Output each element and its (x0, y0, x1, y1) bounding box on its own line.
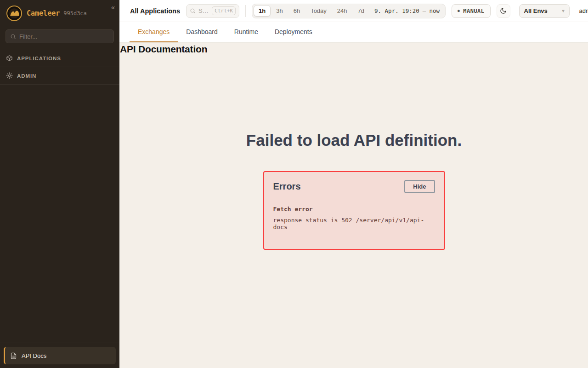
sidebar-item-label: API Docs (22, 352, 46, 359)
sidebar-collapse-icon[interactable]: « (111, 4, 115, 11)
app-window: Cameleer 995d3ca « APPLICATIONS ADMIN AP… (0, 0, 588, 368)
tab-runtime[interactable]: Runtime (226, 22, 266, 42)
environment-select-value: All Envs (524, 7, 548, 14)
sidebar-footer: API Docs (0, 343, 119, 368)
time-range-6h[interactable]: 6h (288, 5, 305, 17)
time-range-1h[interactable]: 1h (254, 5, 271, 17)
time-range-3h[interactable]: 3h (271, 5, 288, 17)
content-column: All Applications S… Ctrl+K 1h 3h 6h Toda… (119, 0, 588, 368)
sidebar-item-label: APPLICATIONS (17, 56, 61, 61)
brand-id: 995d3ca (63, 10, 87, 17)
search-placeholder: S… (198, 7, 209, 14)
sidebar-header: Cameleer 995d3ca « (0, 0, 119, 27)
section-tabs: Exchanges Dashboard Runtime Deployments (119, 22, 588, 43)
error-detail: response status is 502 /server/api/v1/ap… (273, 217, 435, 230)
sidebar-item-api-docs[interactable]: API Docs (4, 347, 116, 364)
tab-exchanges[interactable]: Exchanges (130, 22, 178, 42)
sidebar-item-applications[interactable]: APPLICATIONS (0, 50, 119, 67)
tab-label: Runtime (234, 28, 258, 35)
time-range-7d[interactable]: 7d (353, 5, 369, 17)
sidebar-item-admin[interactable]: ADMIN (0, 67, 119, 85)
refresh-mode-label: MANUAL (463, 8, 484, 14)
time-from: 9. Apr. 19:20 (374, 7, 419, 14)
time-range-display[interactable]: 9. Apr. 19:20 — now (374, 7, 440, 14)
topbar: All Applications S… Ctrl+K 1h 3h 6h Toda… (119, 0, 588, 22)
errors-panel-header: Errors Hide (273, 180, 435, 193)
topbar-divider (245, 5, 246, 17)
search-shortcut-kbd: Ctrl+K (212, 6, 236, 15)
package-icon (6, 55, 13, 62)
refresh-mode-button[interactable]: ● MANUAL (452, 4, 491, 18)
hide-errors-button[interactable]: Hide (404, 180, 435, 193)
time-to: now (429, 7, 440, 14)
time-separator: — (423, 7, 426, 14)
time-range-today[interactable]: Today (305, 5, 332, 17)
time-range-24h[interactable]: 24h (332, 5, 352, 17)
errors-panel: Errors Hide Fetch error response status … (263, 171, 445, 250)
gear-icon (6, 72, 13, 79)
tab-label: Dashboard (186, 28, 218, 35)
main-content: API Documentation Failed to load API def… (119, 43, 588, 368)
tab-deployments[interactable]: Deployments (266, 22, 321, 42)
error-name: Fetch error (273, 206, 435, 213)
errors-panel-title: Errors (273, 181, 301, 192)
tab-label: Exchanges (138, 28, 170, 35)
dark-mode-toggle[interactable] (497, 4, 510, 18)
sidebar-filter[interactable] (6, 29, 114, 43)
status-dot-icon: ● (458, 9, 460, 13)
time-range-picker: 1h 3h 6h Today 24h 7d 9. Apr. 19:20 — no… (252, 4, 446, 18)
global-search[interactable]: S… Ctrl+K (186, 4, 239, 18)
page-context-title: All Applications (130, 7, 180, 15)
moon-icon (500, 7, 507, 14)
chevron-down-icon: ▾ (562, 8, 564, 13)
tab-dashboard[interactable]: Dashboard (178, 22, 226, 42)
swagger-fail-message: Failed to load API definition. (120, 131, 588, 150)
swagger-error-section: Failed to load API definition. Errors Hi… (120, 131, 588, 250)
search-icon (190, 8, 196, 14)
search-icon (10, 34, 16, 40)
filter-input[interactable] (19, 33, 109, 40)
cameleer-logo-icon (6, 6, 22, 21)
document-icon (10, 352, 17, 359)
brand-name: Cameleer (27, 9, 60, 17)
sidebar-item-label: ADMIN (17, 73, 36, 79)
page-title: API Documentation (120, 44, 588, 55)
environment-select[interactable]: All Envs ▾ (519, 4, 570, 18)
sidebar: Cameleer 995d3ca « APPLICATIONS ADMIN AP… (0, 0, 119, 368)
user-menu[interactable]: admin (579, 7, 588, 14)
tab-label: Deployments (275, 28, 312, 35)
